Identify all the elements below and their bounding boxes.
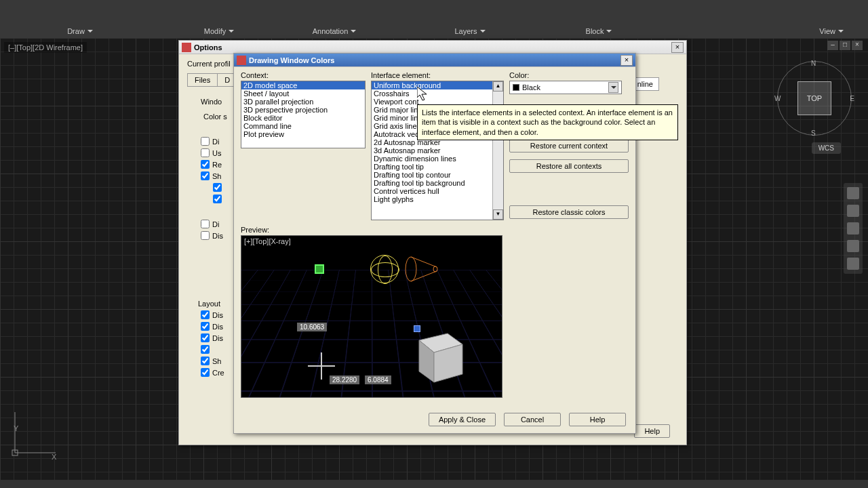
colors-title: Drawing Window Colors: [249, 56, 620, 64]
chevron-down-icon: [838, 30, 844, 33]
navigation-bar: [844, 183, 863, 274]
restore-current-context-button[interactable]: Restore current context: [509, 139, 629, 152]
context-item[interactable]: 2D model space: [241, 81, 365, 89]
compass-s[interactable]: S: [811, 129, 816, 137]
context-item[interactable]: Command line: [241, 122, 365, 130]
autosnap-marker-icon: [315, 264, 324, 274]
help-button[interactable]: Help: [569, 413, 626, 426]
sphere-icon: [370, 255, 399, 283]
scrollbar[interactable]: ▲ ▼: [492, 81, 503, 220]
restore-classic-colors-button[interactable]: Restore classic colors: [509, 205, 629, 219]
options-titlebar[interactable]: Options ×: [179, 41, 686, 54]
svg-line-4: [411, 257, 437, 267]
wcs-badge[interactable]: WCS: [812, 142, 841, 154]
preview-label: Preview:: [241, 226, 629, 234]
close-icon[interactable]: ×: [620, 55, 633, 66]
showmotion-icon[interactable]: [847, 258, 859, 270]
zoom-icon[interactable]: [847, 222, 859, 235]
ribbon-panel-annotation[interactable]: Annotation: [307, 24, 362, 38]
dimension-value: 28.2280: [330, 375, 359, 384]
minimize-button[interactable]: –: [827, 41, 838, 50]
context-item[interactable]: Block editor: [241, 114, 365, 122]
restore-all-contexts-button[interactable]: Restore all contexts: [509, 159, 629, 173]
ribbon-panel-view[interactable]: View: [814, 24, 849, 38]
chevron-down-icon: [87, 30, 93, 33]
app-icon: [182, 43, 191, 52]
dimension-value: 6.0884: [365, 375, 391, 384]
compass-n[interactable]: N: [811, 60, 816, 67]
ribbon: Draw Modify Annotation Layers Block View: [0, 0, 868, 38]
interface-item[interactable]: Dynamic dimension lines: [372, 155, 503, 163]
interface-item[interactable]: Drafting tool tip contour: [372, 171, 503, 179]
cone-icon: [404, 255, 438, 283]
ribbon-panel-block[interactable]: Block: [580, 24, 618, 38]
app-icon: [237, 56, 246, 65]
status-bar: [0, 480, 868, 488]
help-button[interactable]: Help: [634, 424, 670, 438]
color-label: Color:: [509, 71, 629, 79]
context-item[interactable]: 3D parallel projection: [241, 98, 365, 106]
interface-item[interactable]: Drafting tool tip: [372, 163, 503, 171]
context-label: Context:: [241, 71, 366, 79]
chevron-down-icon: [606, 30, 612, 33]
svg-line-5: [411, 271, 437, 281]
compass-e[interactable]: E: [850, 95, 854, 102]
context-item[interactable]: Sheet / layout: [241, 89, 365, 98]
interface-item[interactable]: Crosshairs: [372, 89, 503, 98]
color-value: Black: [522, 83, 540, 92]
ribbon-panel-draw[interactable]: Draw: [62, 24, 98, 38]
color-scheme-label: Color s: [203, 113, 227, 121]
interface-item[interactable]: Drafting tool tip background: [372, 179, 503, 187]
viewport-label[interactable]: [–][Top][2D Wireframe]: [4, 42, 87, 53]
interface-item[interactable]: 3d Autosnap marker: [372, 146, 503, 155]
layout-elements-group: Layout: [198, 300, 220, 308]
viewport-window-controls: – □ ×: [827, 41, 863, 50]
maximize-button[interactable]: □: [840, 41, 850, 50]
chevron-down-icon: [480, 30, 486, 33]
color-combobox[interactable]: Black: [509, 81, 622, 94]
scroll-down-icon[interactable]: ▼: [493, 209, 503, 220]
dimension-value: 10.6063: [297, 323, 327, 331]
options-title: Options: [194, 43, 671, 52]
color-swatch: [513, 84, 519, 91]
ucs-x: X: [52, 453, 56, 461]
chevron-down-icon: [229, 30, 234, 33]
chevron-down-icon[interactable]: [608, 82, 618, 93]
preview-panel: [+][Top][X-ray] 10.6063 28.2280 6.0884: [241, 235, 502, 398]
compass-w[interactable]: W: [774, 95, 781, 102]
interface-element-label: Interface element:: [371, 71, 504, 79]
tab-files[interactable]: Files: [187, 73, 218, 87]
ribbon-panel-modify[interactable]: Modify: [199, 24, 239, 38]
ribbon-panel-layers[interactable]: Layers: [449, 24, 490, 38]
svg-point-6: [433, 266, 437, 272]
orbit-icon[interactable]: [847, 240, 859, 252]
context-item[interactable]: Plot preview: [241, 130, 365, 138]
interface-element-listbox[interactable]: Uniform background Crosshairs Viewport c…: [371, 81, 504, 220]
steering-wheel-icon[interactable]: [847, 187, 859, 199]
close-button[interactable]: ×: [852, 41, 863, 50]
apply-close-button[interactable]: Apply & Close: [429, 413, 496, 426]
context-item[interactable]: 3D perspective projection: [241, 106, 365, 114]
preview-viewport-label: [+][Top][X-ray]: [244, 237, 291, 245]
close-icon[interactable]: ×: [671, 42, 684, 53]
cancel-button[interactable]: Cancel: [504, 413, 561, 426]
svg-point-3: [406, 257, 416, 281]
interface-item[interactable]: Light glyphs: [372, 195, 503, 203]
colors-titlebar[interactable]: Drawing Window Colors ×: [234, 54, 635, 67]
scroll-up-icon[interactable]: ▲: [493, 81, 503, 92]
viewcube[interactable]: TOP N S W E: [777, 61, 852, 136]
pan-icon[interactable]: [847, 205, 859, 217]
chevron-down-icon: [351, 30, 356, 33]
interface-item[interactable]: Control vertices hull: [372, 187, 503, 195]
window-elements-group: Windo: [201, 98, 222, 106]
viewcube-face-top[interactable]: TOP: [797, 81, 831, 115]
tooltip: Lists the interface elements in a select…: [417, 104, 678, 140]
interface-item[interactable]: Uniform background: [372, 81, 503, 89]
context-listbox[interactable]: 2D model space Sheet / layout 3D paralle…: [241, 81, 366, 148]
box-icon: [410, 325, 468, 384]
